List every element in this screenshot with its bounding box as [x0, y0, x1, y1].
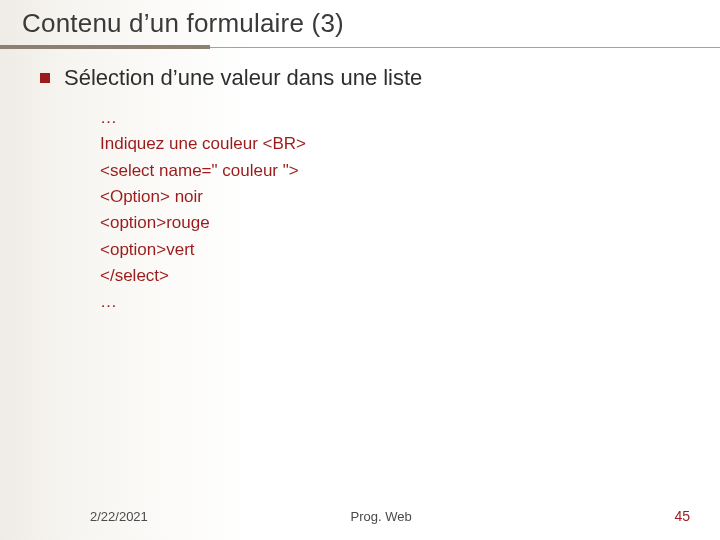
footer-date: 2/22/2021	[90, 509, 148, 524]
title-rule	[22, 45, 698, 51]
slide-title: Contenu d’un formulaire (3)	[22, 8, 698, 43]
code-block: … Indiquez une couleur <BR> <select name…	[100, 105, 698, 316]
bullet-text: Sélection d’une valeur dans une liste	[64, 65, 422, 91]
footer-course: Prog. Web	[148, 509, 675, 524]
footer-page-number: 45	[674, 508, 690, 524]
square-bullet-icon	[40, 73, 50, 83]
slide: Contenu d’un formulaire (3) Sélection d’…	[0, 0, 720, 540]
slide-body: Sélection d’une valeur dans une liste … …	[22, 51, 698, 316]
bullet-item: Sélection d’une valeur dans une liste	[40, 65, 698, 91]
slide-footer: 2/22/2021 Prog. Web 45	[0, 508, 720, 524]
